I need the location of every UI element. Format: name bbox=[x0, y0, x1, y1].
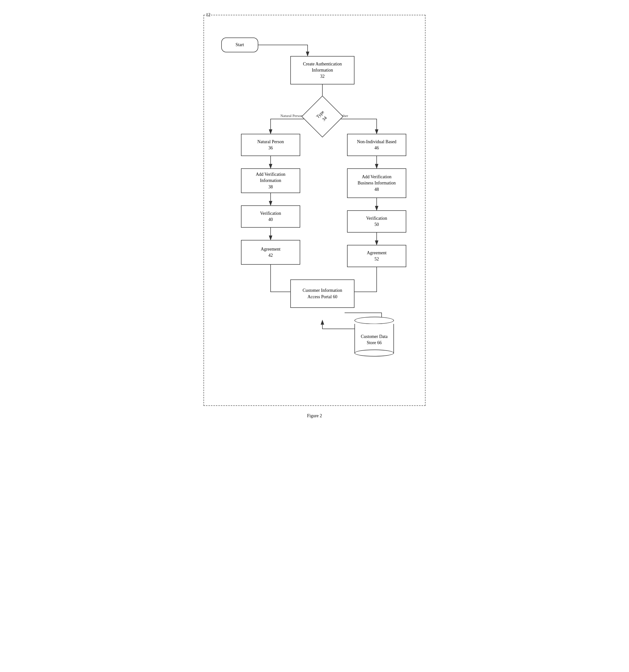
start-box: Start bbox=[221, 38, 258, 52]
customer-portal-box: Customer InformationAccess Portal 60 bbox=[290, 280, 354, 308]
agreement-42-label: Agreement bbox=[261, 246, 280, 252]
add-verification-number: 38 bbox=[268, 184, 273, 190]
verification-50-box: Verification 50 bbox=[347, 210, 406, 233]
type-diamond-wrapper: Type 34 bbox=[308, 102, 337, 131]
verification-50-number: 50 bbox=[374, 221, 379, 227]
add-verification-biz-number: 48 bbox=[374, 186, 379, 193]
add-verification-biz-label: Add VerificationBusiness Information bbox=[358, 174, 396, 186]
customer-data-store-number: 66 bbox=[377, 340, 382, 345]
verification-40-label: Verification bbox=[260, 210, 281, 217]
cylinder-bottom-ellipse bbox=[354, 350, 394, 357]
natural-person-number: 36 bbox=[268, 145, 273, 151]
natural-person-label: Natural Person bbox=[257, 139, 284, 145]
non-individual-label: Non-Individual Based bbox=[357, 139, 396, 145]
create-auth-box: Create AuthenticationInformation 32 bbox=[290, 56, 354, 85]
page-wrapper: 12 Natural Person bbox=[203, 10, 426, 418]
figure-caption: Figure 2 bbox=[203, 413, 426, 418]
customer-data-store-label: Customer DataStore bbox=[361, 334, 387, 345]
agreement-52-label: Agreement bbox=[367, 250, 386, 256]
non-individual-box: Non-Individual Based 46 bbox=[347, 134, 406, 156]
verification-40-box: Verification 40 bbox=[241, 206, 300, 227]
natural-person-box: Natural Person 36 bbox=[241, 134, 300, 156]
agreement-42-number: 42 bbox=[268, 252, 273, 259]
cylinder-text: Customer DataStore 66 bbox=[355, 331, 394, 346]
create-auth-number: 32 bbox=[320, 73, 325, 79]
verification-40-number: 40 bbox=[268, 217, 273, 223]
flowchart: Natural Person Other bbox=[214, 30, 415, 395]
cylinder-body: Customer DataStore 66 bbox=[354, 324, 394, 354]
agreement-52-number: 52 bbox=[374, 256, 379, 262]
agreement-52-box: Agreement 52 bbox=[347, 245, 406, 267]
dashed-border-container: Natural Person Other bbox=[203, 15, 426, 406]
add-verification-biz-box: Add VerificationBusiness Information 48 bbox=[347, 168, 406, 198]
non-individual-number: 46 bbox=[374, 145, 379, 151]
customer-portal-label: Customer InformationAccess Portal 60 bbox=[303, 287, 342, 300]
customer-data-store: Customer DataStore 66 bbox=[354, 316, 394, 354]
verification-50-label: Verification bbox=[366, 215, 387, 221]
create-auth-label: Create AuthenticationInformation bbox=[303, 61, 342, 73]
cylinder-top bbox=[354, 317, 394, 324]
add-verification-box: Add VerificationInformation 38 bbox=[241, 168, 300, 193]
agreement-42-box: Agreement 42 bbox=[241, 240, 300, 265]
add-verification-label: Add VerificationInformation bbox=[256, 171, 285, 184]
start-label: Start bbox=[235, 42, 244, 48]
svg-text:Natural Person: Natural Person bbox=[280, 114, 303, 118]
